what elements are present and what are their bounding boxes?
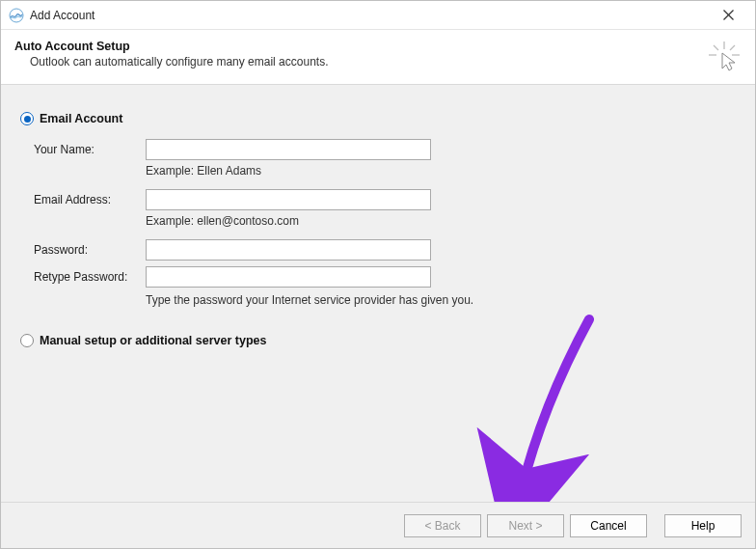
your-name-input[interactable] xyxy=(146,139,431,160)
retype-password-label: Retype Password: xyxy=(34,270,146,284)
email-input[interactable] xyxy=(146,189,431,210)
your-name-row: Your Name: xyxy=(34,139,736,160)
your-name-example: Example: Ellen Adams xyxy=(146,164,736,178)
back-button[interactable]: < Back xyxy=(404,514,481,537)
password-row: Password: xyxy=(34,239,736,261)
cursor-click-icon xyxy=(709,41,740,72)
cancel-button[interactable]: Cancel xyxy=(570,514,647,537)
titlebar: Add Account xyxy=(1,1,755,30)
wizard-footer: < Back Next > Cancel Help xyxy=(1,502,755,548)
add-account-dialog: Add Account Auto Account Setup Outlook c… xyxy=(0,0,756,549)
window-title: Add Account xyxy=(30,9,709,22)
retype-password-row: Retype Password: xyxy=(34,266,736,288)
radio-dot-icon xyxy=(24,116,31,123)
radio-email-account-label: Email Account xyxy=(40,112,122,125)
wizard-content: Email Account Your Name: Example: Ellen … xyxy=(1,85,755,502)
help-button[interactable]: Help xyxy=(664,514,742,537)
email-account-form: Your Name: Example: Ellen Adams Email Ad… xyxy=(20,139,736,307)
email-row: Email Address: xyxy=(34,189,736,210)
radio-email-account-row: Email Account xyxy=(20,112,736,125)
radio-email-account[interactable] xyxy=(20,112,34,125)
svg-line-7 xyxy=(730,45,735,50)
radio-manual-setup-row: Manual setup or additional server types xyxy=(20,334,736,347)
retype-password-input[interactable] xyxy=(146,266,431,288)
next-button[interactable]: Next > xyxy=(487,514,564,537)
svg-line-6 xyxy=(714,45,718,50)
close-icon xyxy=(723,10,734,20)
your-name-label: Your Name: xyxy=(34,143,146,156)
radio-manual-setup-label: Manual setup or additional server types xyxy=(40,334,266,347)
header-subtitle: Outlook can automatically configure many… xyxy=(14,55,701,69)
outlook-icon xyxy=(9,8,24,23)
radio-manual-setup[interactable] xyxy=(20,334,34,347)
wizard-header: Auto Account Setup Outlook can automatic… xyxy=(1,30,755,85)
close-button[interactable] xyxy=(709,2,747,29)
password-hint: Type the password your Internet service … xyxy=(146,293,736,307)
email-example: Example: ellen@contoso.com xyxy=(146,214,736,228)
password-label: Password: xyxy=(34,243,146,257)
email-label: Email Address: xyxy=(34,193,146,206)
header-title: Auto Account Setup xyxy=(14,40,701,53)
password-input[interactable] xyxy=(146,239,431,261)
